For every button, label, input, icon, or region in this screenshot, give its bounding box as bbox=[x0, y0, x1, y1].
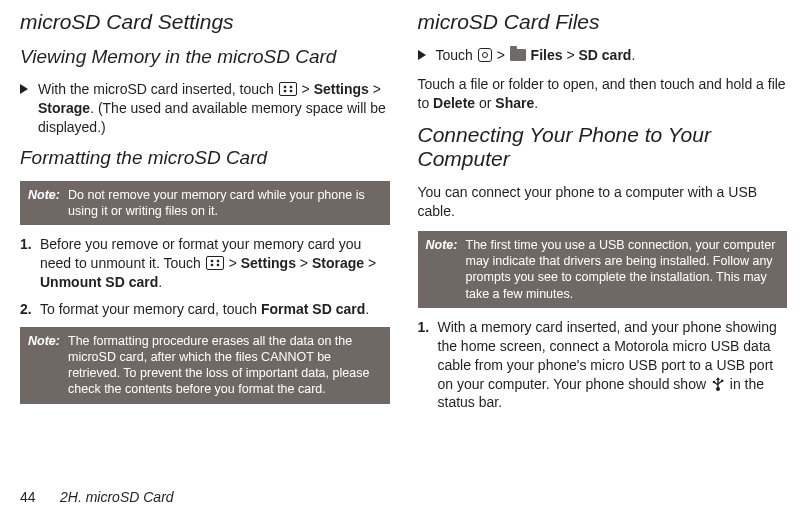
heading-settings: microSD Card Settings bbox=[20, 10, 390, 34]
step-1-unmount: 1. Before you remove or format your memo… bbox=[20, 235, 390, 292]
apps-grid-icon bbox=[206, 256, 224, 270]
note-label: Note: bbox=[28, 333, 68, 398]
text: or bbox=[475, 95, 495, 111]
text: . (The used and available memory space w… bbox=[38, 100, 386, 135]
text: . bbox=[534, 95, 538, 111]
step-1-connect-usb: 1. With a memory card inserted, and your… bbox=[418, 318, 788, 412]
bullet-view-memory: With the microSD card inserted, touch > … bbox=[20, 80, 390, 137]
step-number: 2. bbox=[20, 300, 40, 319]
text: . bbox=[631, 47, 635, 63]
text-open-file-hold: Touch a file or folder to open, and then… bbox=[418, 75, 788, 113]
svg-point-2 bbox=[713, 380, 716, 383]
separator: > bbox=[364, 255, 376, 271]
svg-rect-3 bbox=[721, 379, 723, 381]
label-storage: Storage bbox=[312, 255, 364, 271]
triangle-bullet-icon bbox=[418, 50, 426, 60]
text: With the microSD card inserted, touch bbox=[38, 81, 278, 97]
heading-connect-computer: Connecting Your Phone to Your Computer bbox=[418, 123, 788, 171]
note-message: Do not remove your memory card while you… bbox=[68, 187, 382, 220]
label-delete: Delete bbox=[433, 95, 475, 111]
triangle-bullet-icon bbox=[20, 84, 28, 94]
note-format-erases: Note: The formatting procedure erases al… bbox=[20, 327, 390, 404]
label-files: Files bbox=[531, 47, 563, 63]
label-storage: Storage bbox=[38, 100, 90, 116]
separator: > bbox=[369, 81, 381, 97]
note-message: The first time you use a USB connection,… bbox=[466, 237, 780, 302]
note-message: The formatting procedure erases all the … bbox=[68, 333, 382, 398]
label-unmount: Unmount SD card bbox=[40, 274, 158, 290]
apps-grid-icon bbox=[279, 82, 297, 96]
camera-home-icon bbox=[478, 48, 492, 62]
label-settings: Settings bbox=[314, 81, 369, 97]
separator: > bbox=[296, 255, 312, 271]
note-donot-remove: Note: Do not remove your memory card whi… bbox=[20, 181, 390, 226]
separator: > bbox=[493, 47, 509, 63]
step-2-format: 2. To format your memory card, touch For… bbox=[20, 300, 390, 319]
step-number: 1. bbox=[20, 235, 40, 292]
note-usb-first-time: Note: The first time you use a USB conne… bbox=[418, 231, 788, 308]
heading-files: microSD Card Files bbox=[418, 10, 788, 34]
text: To format your memory card, touch bbox=[40, 301, 261, 317]
page-number: 44 bbox=[20, 489, 60, 505]
text: . bbox=[365, 301, 369, 317]
right-column: microSD Card Files Touch > Files > SD ca… bbox=[418, 10, 788, 420]
bullet-open-files: Touch > Files > SD card. bbox=[418, 46, 788, 65]
text: . bbox=[158, 274, 162, 290]
text: Touch bbox=[436, 47, 477, 63]
note-label: Note: bbox=[426, 237, 466, 302]
label-share: Share bbox=[495, 95, 534, 111]
heading-viewing-memory: Viewing Memory in the microSD Card bbox=[20, 46, 390, 68]
label-settings: Settings bbox=[241, 255, 296, 271]
separator: > bbox=[563, 47, 579, 63]
label-sd-card: SD card bbox=[578, 47, 631, 63]
usb-icon bbox=[711, 377, 725, 391]
heading-formatting: Formatting the microSD Card bbox=[20, 147, 390, 169]
label-format-sd: Format SD card bbox=[261, 301, 365, 317]
separator: > bbox=[225, 255, 241, 271]
left-column: microSD Card Settings Viewing Memory in … bbox=[20, 10, 390, 420]
text-connect-intro: You can connect your phone to a computer… bbox=[418, 183, 788, 221]
folder-icon bbox=[510, 49, 526, 61]
step-number: 1. bbox=[418, 318, 438, 412]
page-footer: 442H. microSD Card bbox=[20, 489, 174, 505]
note-label: Note: bbox=[28, 187, 68, 220]
section-title: 2H. microSD Card bbox=[60, 489, 174, 505]
separator: > bbox=[298, 81, 314, 97]
